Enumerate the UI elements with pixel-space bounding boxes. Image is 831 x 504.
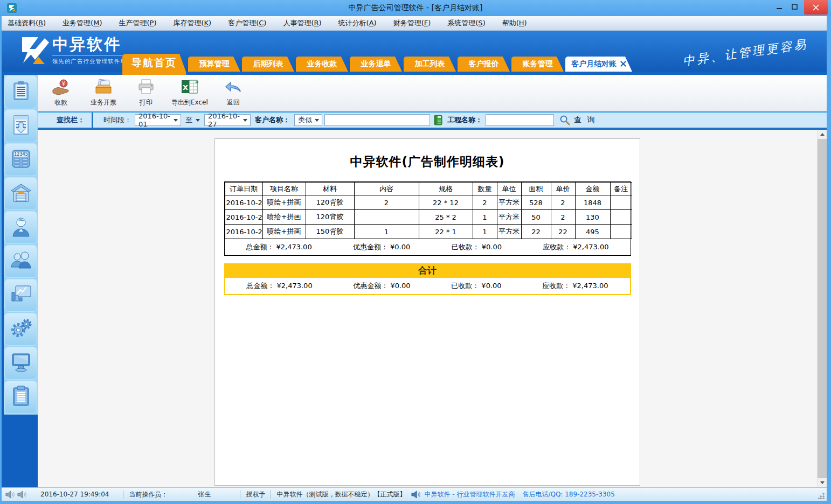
gears-icon [10,318,32,341]
tab-2[interactable]: 后期列表 [242,57,294,72]
invoice-icon [94,79,113,96]
customer-name-label: 客户名称： [255,115,290,125]
tab-3[interactable]: 业务收款 [296,57,348,72]
export-excel-button[interactable]: X导出到Excel [170,78,210,109]
notebook-icon[interactable] [433,115,443,125]
table-row: 2016-10-27喷绘+拼画150背胶122 * 11平方米2222495 [225,225,632,239]
table-cell: 22 * 1 [419,225,473,239]
tab-5[interactable]: 加工列表 [404,57,456,72]
grand-total-row: 总金额：¥2,473.00优惠金额：¥0.00已收款：¥0.00应收款：¥2,4… [224,278,631,295]
date-from-value: 2016-10-01 [138,112,174,128]
vertical-scrollbar[interactable] [817,130,827,487]
sidebar-item-statistics[interactable] [4,279,37,312]
sidebar-item-group[interactable] [4,245,37,278]
calculator-display: 12345 [14,152,27,157]
report-title: 中异软件(广告制作明细表) [215,153,640,170]
sidebar-item-gears[interactable] [4,313,37,346]
minimize-button[interactable] [772,0,787,13]
tab-7[interactable]: 账务管理 [511,57,564,72]
filter-divider [92,113,93,128]
summary-value: ¥0.00 [390,282,410,290]
back-button[interactable]: 返回 [214,78,252,109]
sidebar-item-report[interactable] [4,381,37,414]
tab-active[interactable]: 客户月结对账 [565,57,632,72]
summary-value: ¥2,473.00 [573,243,608,251]
menu-item-P[interactable]: 生产管理(P) [119,18,156,28]
summary-label: 应收款： [543,243,571,251]
toolbar-button-label: 打印 [140,98,153,107]
column-header: 材料 [306,183,354,195]
table-cell: 1848 [575,195,610,210]
window-title: 中异广告公司管理软件 - [客户月结对账] [0,3,831,13]
summary-item: 总金额：¥2,473.00 [247,281,313,291]
summary-label: 总金额： [246,243,274,251]
match-mode-select[interactable]: 类似 [294,114,322,126]
menu-item-F[interactable]: 财务管理(F) [393,18,431,28]
menu-item-R[interactable]: 人事管理(R) [283,18,321,28]
speaker-icon[interactable] [17,491,26,499]
detail-table: 订单日期项目名称材料内容规格数量单位面积单价金额备注2016-10-27喷绘+拼… [225,182,632,239]
project-name-input[interactable] [486,114,554,126]
menu-item-K[interactable]: 库存管理(K) [173,18,211,28]
date-to-select[interactable]: 2016-10-27 [204,114,251,126]
export-excel-icon: X [181,79,199,96]
menu-item-M[interactable]: 业务管理(M) [63,18,102,28]
table-cell: 平方米 [497,210,521,225]
sidebar-item-monitor[interactable] [4,347,37,380]
menu-item-C[interactable]: 客户管理(C) [228,18,266,28]
menu-item-H[interactable]: 帮助(H) [502,18,527,28]
sidebar-item-calculator[interactable]: 12345 [4,143,37,176]
collect-payment-button[interactable]: ¥收款 [42,78,80,109]
tab-label: 后期列表 [253,59,283,69]
period-label: 时间段： [103,115,131,125]
table-cell: 1 [473,225,497,239]
table-cell: 120背胶 [306,195,354,210]
menu-item-A[interactable]: 统计分析(A) [338,18,377,28]
search-icon[interactable] [559,115,570,125]
tab-close-icon[interactable] [620,60,626,68]
table-cell: 喷绘+拼画 [262,195,306,210]
tab-6[interactable]: 客户报价 [458,57,510,72]
status-separator [271,490,271,499]
clipboard-icon [11,80,31,104]
arrow-up-icon [820,133,825,136]
support-contact: 售后电话/QQ: 189-2235-3305 [522,490,614,499]
customer-name-input[interactable] [324,114,430,126]
tab-label: 客户月结对账 [571,59,617,69]
logo-title: 中异软件 [52,35,139,53]
toolbar-button-label: 收款 [54,98,67,107]
sidebar-item-document-download[interactable] [4,109,37,142]
sidebar-item-warehouse[interactable] [4,177,37,210]
resize-grip[interactable] [818,493,825,499]
tab-1[interactable]: 预算管理 [188,57,240,72]
date-from-select[interactable]: 2016-10-01 [135,114,181,126]
sidebar-item-person[interactable] [4,211,37,244]
menu-item-S[interactable]: 系统管理(S) [447,18,485,28]
nav-home-tab[interactable]: 导航首页 [122,54,186,72]
speaker-icon[interactable] [5,491,15,499]
arrow-down-icon [820,481,825,484]
tab-strip: 预算管理后期列表业务收款业务退单加工列表客户报价账务管理客户月结对账 [188,57,632,72]
tab-label: 客户报价 [469,59,499,69]
table-cell: 120背胶 [306,210,354,225]
sidebar-item-clipboard[interactable] [4,75,37,108]
table-cell: 495 [575,225,610,239]
print-button[interactable]: 打印 [127,78,165,109]
menu-item-B[interactable]: 基础资料(B) [8,18,46,28]
maximize-button[interactable] [787,0,802,13]
speaker-icon[interactable] [411,491,420,499]
license-text: 中异软件（测试版，数据不稳定）【正式版】 [276,490,406,499]
toolbar: ¥收款业务开票打印X导出到Excel返回 [38,75,827,111]
close-button[interactable] [804,0,828,15]
tab-4[interactable]: 业务退单 [350,57,402,72]
table-cell [610,210,632,225]
range-to-label: 至 [185,115,192,125]
summary-label: 总金额： [247,282,275,290]
column-header: 金额 [575,183,610,195]
invoice-button[interactable]: 业务开票 [85,78,122,109]
document-download-icon [11,114,31,138]
scroll-down-button[interactable] [818,478,827,487]
range-to-select[interactable]: 至 [185,115,200,125]
scroll-up-button[interactable] [818,130,827,139]
search-button[interactable]: 查 询 [574,115,596,125]
